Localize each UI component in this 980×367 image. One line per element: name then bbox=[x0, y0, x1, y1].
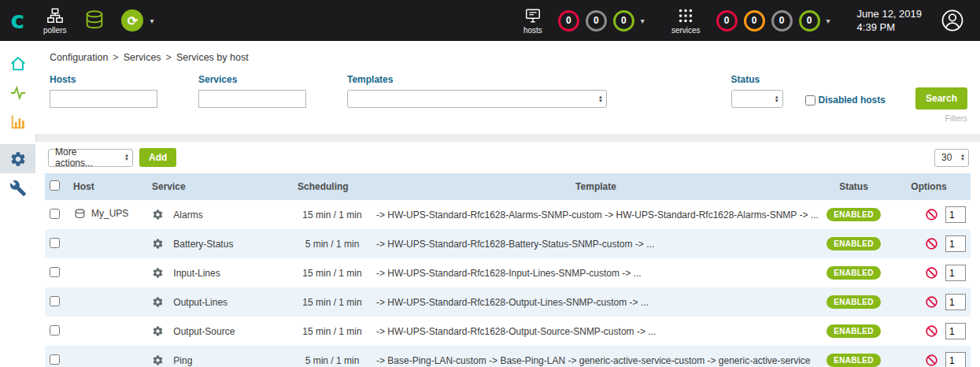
host-status-counter[interactable]: 0 bbox=[558, 10, 579, 32]
breadcrumb-current-page: Services by host bbox=[176, 52, 249, 63]
services-icon bbox=[677, 7, 694, 24]
disable-service-icon[interactable] bbox=[925, 354, 938, 367]
table-body: My_UPS Alarms 1 bbox=[45, 200, 971, 367]
service-status-counter[interactable]: 0 bbox=[799, 10, 820, 32]
header-status[interactable]: Status bbox=[820, 173, 887, 200]
sidebar-item-monitoring[interactable] bbox=[0, 78, 35, 107]
service-name-link[interactable]: Output-Source bbox=[173, 326, 235, 337]
duplicate-count-input[interactable] bbox=[945, 265, 966, 281]
duplicate-count-input[interactable] bbox=[945, 352, 966, 367]
hosts-label: hosts bbox=[523, 26, 542, 35]
services-status-cluster: services 0 0 0 0 ▾ bbox=[671, 7, 830, 35]
service-gear-icon bbox=[152, 267, 164, 279]
select-all-checkbox[interactable] bbox=[50, 180, 60, 191]
service-status-counter[interactable]: 0 bbox=[716, 10, 738, 32]
topbar: c pollers ⟳ ▾ hosts bbox=[0, 0, 980, 41]
service-gear-icon bbox=[152, 296, 164, 308]
row-select-checkbox[interactable] bbox=[50, 296, 60, 306]
sidebar bbox=[0, 41, 35, 367]
breadcrumb-separator: > bbox=[113, 52, 118, 63]
pollers-menu[interactable]: pollers bbox=[43, 7, 66, 35]
chevron-down-icon[interactable]: ▾ bbox=[150, 17, 153, 25]
status-filter-select[interactable]: ▲▼ bbox=[731, 90, 783, 108]
disable-service-icon[interactable] bbox=[925, 324, 938, 338]
duplicate-count-input[interactable] bbox=[945, 206, 966, 223]
templates-filter-select[interactable]: ▲▼ bbox=[347, 90, 607, 108]
hosts-counters: 0 0 0 bbox=[552, 10, 634, 32]
chevron-down-icon[interactable]: ▾ bbox=[641, 17, 645, 25]
search-button[interactable]: Search bbox=[915, 87, 967, 109]
disable-service-icon[interactable] bbox=[925, 237, 938, 250]
services-label: services bbox=[671, 26, 701, 35]
service-gear-icon bbox=[152, 325, 164, 337]
service-row: Battery-Status 5 min / 1 min -> HW-UPS-S… bbox=[45, 229, 971, 258]
service-name-link[interactable]: Alarms bbox=[173, 209, 202, 221]
template-chain: -> Base-Ping-LAN-custom -> Base-Ping-LAN… bbox=[372, 346, 820, 367]
status-badge: ENABLED bbox=[827, 208, 880, 221]
pollers-icon bbox=[46, 7, 64, 24]
header-service[interactable]: Service bbox=[147, 173, 293, 200]
configuration-gear-icon bbox=[9, 150, 27, 168]
chevron-down-icon[interactable]: ▾ bbox=[827, 17, 830, 25]
sidebar-item-configuration[interactable] bbox=[0, 144, 35, 173]
service-name-link[interactable]: Ping bbox=[173, 355, 192, 366]
page-size-select[interactable]: 30 ▲▼ bbox=[934, 149, 969, 167]
services-filter-input[interactable] bbox=[198, 90, 306, 108]
status-filter-group: Status ▲▼ bbox=[731, 74, 783, 108]
hosts-filter-group: Hosts bbox=[50, 74, 157, 108]
disabled-hosts-label: Disabled hosts bbox=[819, 95, 886, 106]
filters-toggle-link[interactable]: Filters bbox=[945, 113, 967, 123]
add-button[interactable]: Add bbox=[139, 148, 176, 167]
sidebar-item-administration[interactable] bbox=[0, 173, 35, 202]
duplicate-count-input[interactable] bbox=[945, 235, 966, 252]
header-host[interactable]: Host bbox=[68, 173, 147, 200]
breadcrumb-configuration[interactable]: Configuration bbox=[50, 52, 108, 63]
duplicate-count-input[interactable] bbox=[945, 323, 966, 339]
service-status-counter[interactable]: 0 bbox=[771, 10, 793, 32]
user-profile-icon[interactable] bbox=[941, 9, 964, 32]
row-select-checkbox[interactable] bbox=[50, 354, 60, 365]
service-row: Ping 5 min / 1 min -> Base-Ping-LAN-cust… bbox=[45, 346, 971, 367]
host-name-link[interactable]: My_UPS bbox=[91, 208, 128, 219]
service-gear-icon bbox=[152, 209, 164, 221]
header-scheduling[interactable]: Scheduling bbox=[293, 173, 372, 200]
sidebar-item-reporting[interactable] bbox=[0, 107, 35, 136]
breadcrumb-separator: > bbox=[166, 52, 172, 63]
scheduling-value: 5 min / 1 min bbox=[293, 229, 372, 258]
duplicate-count-input[interactable] bbox=[945, 294, 966, 310]
host-status-counter[interactable]: 0 bbox=[586, 10, 607, 32]
service-row: Output-Source 15 min / 1 min -> HW-UPS-S… bbox=[45, 317, 971, 346]
disabled-hosts-toggle[interactable]: Disabled hosts bbox=[805, 95, 886, 106]
service-name-link[interactable]: Battery-Status bbox=[173, 239, 233, 250]
reporting-chart-icon bbox=[9, 113, 27, 131]
services-menu[interactable]: services bbox=[671, 7, 701, 35]
select-arrows-icon: ▲▼ bbox=[775, 95, 779, 103]
row-select-checkbox[interactable] bbox=[50, 325, 60, 335]
current-time: 4:39 PM bbox=[857, 20, 922, 34]
database-icon[interactable] bbox=[83, 9, 105, 32]
breadcrumb-services[interactable]: Services bbox=[124, 52, 161, 63]
row-select-checkbox[interactable] bbox=[50, 267, 60, 277]
administration-tools-icon bbox=[9, 180, 27, 197]
row-select-checkbox[interactable] bbox=[50, 209, 60, 219]
row-select-checkbox[interactable] bbox=[50, 238, 60, 248]
disable-service-icon[interactable] bbox=[925, 295, 938, 309]
hosts-menu[interactable]: hosts bbox=[523, 7, 542, 35]
disable-service-icon[interactable] bbox=[925, 208, 938, 221]
service-name-link[interactable]: Input-Lines bbox=[173, 268, 220, 279]
more-actions-select[interactable]: More actions... ▲▼ bbox=[48, 149, 133, 167]
host-status-counter[interactable]: 0 bbox=[613, 10, 634, 32]
service-status-counter[interactable]: 0 bbox=[744, 10, 765, 32]
hosts-filter-input[interactable] bbox=[50, 90, 157, 108]
poller-state-refresh-icon[interactable]: ⟳ bbox=[121, 9, 143, 32]
service-name-link[interactable]: Output-Lines bbox=[173, 297, 227, 308]
pollers-label: pollers bbox=[43, 26, 66, 35]
sidebar-item-home[interactable] bbox=[0, 49, 35, 78]
disable-service-icon[interactable] bbox=[925, 266, 938, 280]
centreon-logo[interactable]: c bbox=[0, 2, 35, 39]
status-filter-label: Status bbox=[731, 74, 783, 85]
status-badge: ENABLED bbox=[827, 354, 880, 367]
disabled-hosts-checkbox[interactable] bbox=[805, 95, 815, 106]
header-template[interactable]: Template bbox=[372, 173, 820, 200]
home-icon bbox=[9, 55, 27, 72]
